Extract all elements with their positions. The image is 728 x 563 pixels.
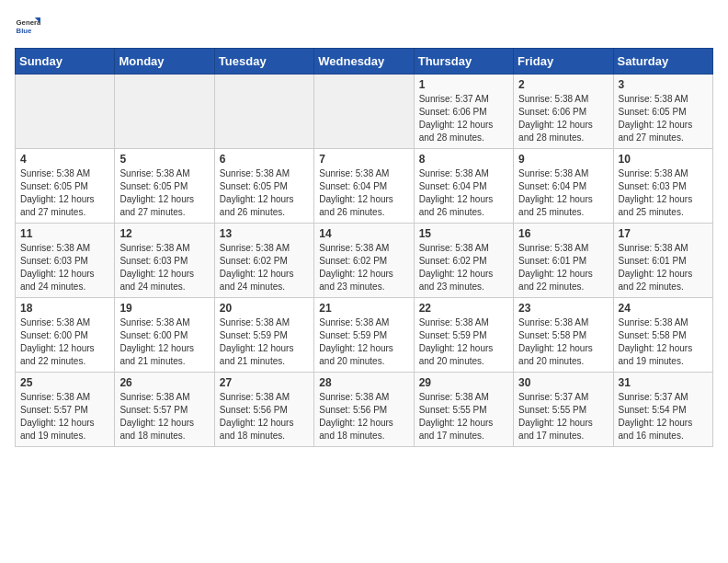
day-detail: Sunrise: 5:37 AMSunset: 5:54 PMDaylight:… xyxy=(619,391,708,442)
day-detail: Sunrise: 5:38 AMSunset: 6:03 PMDaylight:… xyxy=(20,242,109,293)
day-number: 2 xyxy=(518,78,608,91)
day-detail: Sunrise: 5:38 AMSunset: 6:00 PMDaylight:… xyxy=(119,316,209,368)
day-number: 31 xyxy=(619,376,708,389)
day-detail: Sunrise: 5:38 AMSunset: 6:01 PMDaylight:… xyxy=(619,242,708,293)
calendar-week-row: 11Sunrise: 5:38 AMSunset: 6:03 PMDayligh… xyxy=(16,224,713,298)
day-detail: Sunrise: 5:38 AMSunset: 6:01 PMDaylight:… xyxy=(518,242,608,293)
day-number: 28 xyxy=(319,376,408,389)
calendar-cell: 16Sunrise: 5:38 AMSunset: 6:01 PMDayligh… xyxy=(514,224,613,298)
calendar-cell: 28Sunrise: 5:38 AMSunset: 5:56 PMDayligh… xyxy=(314,373,414,447)
day-number: 10 xyxy=(619,153,708,166)
logo: General Blue xyxy=(15,15,44,40)
day-detail: Sunrise: 5:37 AMSunset: 6:06 PMDaylight:… xyxy=(419,93,508,144)
calendar-cell: 9Sunrise: 5:38 AMSunset: 6:04 PMDaylight… xyxy=(514,149,613,224)
day-number: 6 xyxy=(220,153,309,166)
calendar-cell xyxy=(214,75,313,149)
day-number: 9 xyxy=(518,153,608,166)
day-detail: Sunrise: 5:38 AMSunset: 6:00 PMDaylight:… xyxy=(20,316,109,368)
day-number: 21 xyxy=(319,302,408,315)
day-detail: Sunrise: 5:38 AMSunset: 6:02 PMDaylight:… xyxy=(319,242,408,293)
calendar-cell: 13Sunrise: 5:38 AMSunset: 6:02 PMDayligh… xyxy=(214,224,313,298)
day-detail: Sunrise: 5:38 AMSunset: 5:58 PMDaylight:… xyxy=(518,316,608,368)
day-detail: Sunrise: 5:38 AMSunset: 6:05 PMDaylight:… xyxy=(20,167,109,219)
day-number: 15 xyxy=(419,227,508,240)
calendar-cell: 3Sunrise: 5:38 AMSunset: 6:05 PMDaylight… xyxy=(613,75,712,149)
calendar-cell: 24Sunrise: 5:38 AMSunset: 5:58 PMDayligh… xyxy=(613,298,712,373)
calendar-week-row: 4Sunrise: 5:38 AMSunset: 6:05 PMDaylight… xyxy=(16,149,713,224)
day-number: 26 xyxy=(119,376,209,389)
day-number: 7 xyxy=(319,153,408,166)
calendar-cell: 10Sunrise: 5:38 AMSunset: 6:03 PMDayligh… xyxy=(613,149,712,224)
calendar-header: SundayMondayTuesdayWednesdayThursdayFrid… xyxy=(16,49,713,75)
calendar-cell: 5Sunrise: 5:38 AMSunset: 6:05 PMDaylight… xyxy=(115,149,214,224)
calendar-cell: 15Sunrise: 5:38 AMSunset: 6:02 PMDayligh… xyxy=(414,224,513,298)
calendar-cell: 29Sunrise: 5:38 AMSunset: 5:55 PMDayligh… xyxy=(414,373,513,447)
day-number: 24 xyxy=(619,302,708,315)
day-detail: Sunrise: 5:38 AMSunset: 5:55 PMDaylight:… xyxy=(419,391,508,442)
calendar-cell: 14Sunrise: 5:38 AMSunset: 6:02 PMDayligh… xyxy=(314,224,414,298)
day-number: 27 xyxy=(220,376,309,389)
day-number: 20 xyxy=(220,302,309,315)
calendar-cell: 30Sunrise: 5:37 AMSunset: 5:55 PMDayligh… xyxy=(514,373,613,447)
calendar-cell: 21Sunrise: 5:38 AMSunset: 5:59 PMDayligh… xyxy=(314,298,414,373)
day-number: 19 xyxy=(119,302,209,315)
day-number: 18 xyxy=(20,302,109,315)
day-detail: Sunrise: 5:38 AMSunset: 5:58 PMDaylight:… xyxy=(619,316,708,368)
calendar-cell: 23Sunrise: 5:38 AMSunset: 5:58 PMDayligh… xyxy=(514,298,613,373)
day-number: 11 xyxy=(20,227,109,240)
day-number: 14 xyxy=(319,227,408,240)
weekday-header-saturday: Saturday xyxy=(613,49,712,75)
day-number: 29 xyxy=(419,376,508,389)
day-detail: Sunrise: 5:38 AMSunset: 6:05 PMDaylight:… xyxy=(119,167,209,219)
calendar-cell: 27Sunrise: 5:38 AMSunset: 5:56 PMDayligh… xyxy=(214,373,313,447)
day-number: 17 xyxy=(619,227,708,240)
day-number: 23 xyxy=(518,302,608,315)
calendar-cell: 20Sunrise: 5:38 AMSunset: 5:59 PMDayligh… xyxy=(214,298,313,373)
svg-text:Blue: Blue xyxy=(17,27,33,35)
weekday-header-monday: Monday xyxy=(115,49,214,75)
calendar-cell xyxy=(314,75,414,149)
calendar-cell: 22Sunrise: 5:38 AMSunset: 5:59 PMDayligh… xyxy=(414,298,513,373)
day-detail: Sunrise: 5:38 AMSunset: 5:57 PMDaylight:… xyxy=(20,391,109,442)
day-detail: Sunrise: 5:38 AMSunset: 6:05 PMDaylight:… xyxy=(220,167,309,219)
day-detail: Sunrise: 5:38 AMSunset: 6:04 PMDaylight:… xyxy=(518,167,608,219)
calendar-week-row: 25Sunrise: 5:38 AMSunset: 5:57 PMDayligh… xyxy=(16,373,713,447)
calendar-cell: 7Sunrise: 5:38 AMSunset: 6:04 PMDaylight… xyxy=(314,149,414,224)
day-detail: Sunrise: 5:38 AMSunset: 6:05 PMDaylight:… xyxy=(619,93,708,144)
logo-icon: General Blue xyxy=(15,15,40,40)
day-detail: Sunrise: 5:38 AMSunset: 6:02 PMDaylight:… xyxy=(419,242,508,293)
day-number: 5 xyxy=(119,153,209,166)
day-detail: Sunrise: 5:38 AMSunset: 6:04 PMDaylight:… xyxy=(419,167,508,219)
calendar-cell xyxy=(115,75,214,149)
calendar-cell: 26Sunrise: 5:38 AMSunset: 5:57 PMDayligh… xyxy=(115,373,214,447)
day-number: 4 xyxy=(20,153,109,166)
calendar-cell: 8Sunrise: 5:38 AMSunset: 6:04 PMDaylight… xyxy=(414,149,513,224)
day-detail: Sunrise: 5:38 AMSunset: 5:59 PMDaylight:… xyxy=(319,316,408,368)
day-number: 1 xyxy=(419,78,508,91)
weekday-header-tuesday: Tuesday xyxy=(214,49,313,75)
calendar-cell: 4Sunrise: 5:38 AMSunset: 6:05 PMDaylight… xyxy=(16,149,115,224)
day-detail: Sunrise: 5:38 AMSunset: 6:04 PMDaylight:… xyxy=(319,167,408,219)
calendar-cell: 2Sunrise: 5:38 AMSunset: 6:06 PMDaylight… xyxy=(514,75,613,149)
calendar-cell xyxy=(16,75,115,149)
calendar-body: 1Sunrise: 5:37 AMSunset: 6:06 PMDaylight… xyxy=(16,75,713,447)
calendar-cell: 6Sunrise: 5:38 AMSunset: 6:05 PMDaylight… xyxy=(214,149,313,224)
day-number: 13 xyxy=(220,227,309,240)
day-number: 16 xyxy=(518,227,608,240)
calendar-cell: 25Sunrise: 5:38 AMSunset: 5:57 PMDayligh… xyxy=(16,373,115,447)
calendar-cell: 18Sunrise: 5:38 AMSunset: 6:00 PMDayligh… xyxy=(16,298,115,373)
day-detail: Sunrise: 5:38 AMSunset: 5:56 PMDaylight:… xyxy=(220,391,309,442)
day-number: 25 xyxy=(20,376,109,389)
calendar-cell: 17Sunrise: 5:38 AMSunset: 6:01 PMDayligh… xyxy=(613,224,712,298)
day-detail: Sunrise: 5:38 AMSunset: 5:59 PMDaylight:… xyxy=(419,316,508,368)
calendar-cell: 31Sunrise: 5:37 AMSunset: 5:54 PMDayligh… xyxy=(613,373,712,447)
weekday-header-row: SundayMondayTuesdayWednesdayThursdayFrid… xyxy=(16,49,713,75)
day-detail: Sunrise: 5:38 AMSunset: 6:03 PMDaylight:… xyxy=(619,167,708,219)
weekday-header-sunday: Sunday xyxy=(16,49,115,75)
calendar-cell: 19Sunrise: 5:38 AMSunset: 6:00 PMDayligh… xyxy=(115,298,214,373)
day-number: 8 xyxy=(419,153,508,166)
day-detail: Sunrise: 5:38 AMSunset: 6:02 PMDaylight:… xyxy=(220,242,309,293)
day-detail: Sunrise: 5:38 AMSunset: 5:57 PMDaylight:… xyxy=(119,391,209,442)
day-detail: Sunrise: 5:38 AMSunset: 6:03 PMDaylight:… xyxy=(119,242,209,293)
day-detail: Sunrise: 5:38 AMSunset: 5:56 PMDaylight:… xyxy=(319,391,408,442)
